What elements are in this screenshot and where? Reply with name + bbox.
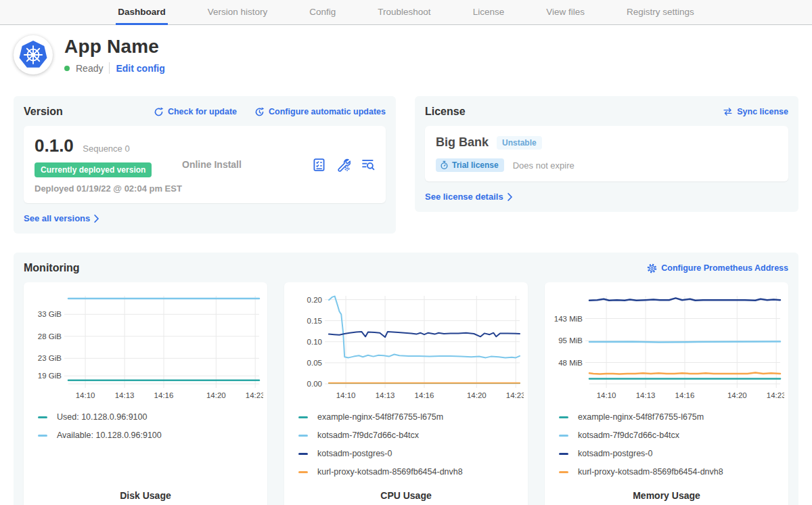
svg-text:14:20: 14:20 — [727, 391, 747, 399]
license-detail-card: Big Bank Unstable Trial license Does not… — [425, 126, 788, 181]
configure-prometheus-link[interactable]: Configure Prometheus Address — [647, 263, 788, 273]
svg-text:14:13: 14:13 — [636, 391, 656, 399]
tab-version-history[interactable]: Version history — [206, 0, 270, 25]
legend-label: kotsadm-postgres-0 — [578, 449, 652, 458]
legend-item: kotsadm-postgres-0 — [559, 449, 782, 458]
license-card: License Sync license Big Bank Unstable — [415, 96, 798, 212]
deployed-timestamp: Deployed 01/19/22 @ 02:04 pm EST — [35, 183, 182, 194]
stopwatch-icon — [440, 160, 449, 170]
see-license-details-link[interactable]: See license details — [425, 192, 513, 202]
tab-dashboard[interactable]: Dashboard — [116, 0, 168, 25]
divider — [109, 62, 110, 74]
clock-refresh-icon — [254, 107, 265, 117]
cpu-usage-legend: example-nginx-54f8f76755-l675mkotsadm-7f… — [284, 412, 528, 485]
disk-usage-legend: Used: 10.128.0.96:9100Available: 10.128.… — [24, 412, 267, 449]
customer-name: Big Bank — [436, 135, 489, 150]
deployed-badge: Currently deployed version — [35, 162, 152, 177]
legend-label: example-nginx-54f8f76755-l675m — [317, 412, 443, 422]
gear-icon — [647, 263, 657, 273]
cpu-usage-chart: 0.000.050.100.150.2014:1014:1314:1614:20… — [284, 289, 524, 403]
status-dot — [64, 66, 70, 71]
legend-item: Used: 10.128.0.96:9100 — [38, 412, 261, 422]
legend-color-dash — [559, 416, 568, 418]
svg-text:14:20: 14:20 — [467, 391, 487, 399]
disk-usage-chart: 19 GiB23 GiB28 GiB33 GiB14:1014:1314:161… — [24, 289, 263, 403]
configure-automatic-updates-link[interactable]: Configure automatic updates — [254, 107, 386, 117]
legend-label: example-nginx-54f8f76755-l675m — [578, 412, 704, 422]
page-title: App Name — [64, 36, 165, 58]
legend-label: kotsadm-7f9dc7d66c-b4tcx — [578, 431, 679, 440]
legend-item: example-nginx-54f8f76755-l675m — [559, 412, 782, 422]
svg-text:0.10: 0.10 — [307, 338, 322, 346]
svg-text:14:23: 14:23 — [246, 391, 263, 399]
chevron-right-icon — [508, 193, 513, 201]
tab-view-files[interactable]: View files — [544, 0, 587, 25]
svg-text:14:10: 14:10 — [76, 391, 95, 399]
legend-item: kotsadm-postgres-0 — [298, 449, 521, 458]
tab-license[interactable]: License — [471, 0, 507, 25]
svg-text:14:16: 14:16 — [154, 391, 174, 399]
legend-color-dash — [298, 416, 308, 418]
svg-text:23 GiB: 23 GiB — [38, 354, 62, 362]
svg-text:0.20: 0.20 — [307, 296, 322, 304]
install-type-label: Online Install — [182, 159, 242, 170]
svg-text:0.00: 0.00 — [307, 380, 322, 388]
svg-text:28 GiB: 28 GiB — [38, 332, 62, 341]
legend-color-dash — [559, 471, 568, 473]
app-logo — [14, 35, 53, 74]
config-wrench-icon[interactable] — [336, 158, 351, 172]
memory-usage-legend: example-nginx-54f8f76755-l675mkotsadm-7f… — [545, 412, 788, 485]
svg-text:14:13: 14:13 — [376, 391, 395, 399]
svg-text:95 MiB: 95 MiB — [558, 336, 583, 345]
legend-label: Available: 10.128.0.96:9100 — [57, 431, 162, 440]
version-number: 0.1.0 — [35, 135, 74, 156]
dashboard-page: App Name Ready Edit config Version — [0, 35, 812, 505]
svg-text:143 MiB: 143 MiB — [554, 315, 583, 323]
tab-troubleshoot[interactable]: Troubleshoot — [376, 0, 432, 25]
legend-color-dash — [298, 453, 308, 455]
svg-text:14:16: 14:16 — [675, 391, 695, 399]
legend-color-dash — [38, 416, 47, 418]
legend-color-dash — [298, 435, 308, 437]
tab-config[interactable]: Config — [307, 0, 338, 25]
trial-license-badge: Trial license — [436, 158, 504, 172]
chart-title: CPU Usage — [284, 490, 528, 505]
legend-label: kotsadm-postgres-0 — [317, 449, 392, 458]
chart-title: Disk Usage — [24, 490, 267, 505]
channel-badge: Unstable — [497, 136, 542, 150]
legend-color-dash — [38, 435, 47, 437]
sync-license-link[interactable]: Sync license — [723, 107, 788, 116]
chart-title: Memory Usage — [545, 490, 788, 505]
version-card-title: Version — [24, 106, 63, 118]
svg-text:14:20: 14:20 — [206, 391, 226, 399]
kubernetes-icon — [18, 40, 48, 70]
edit-config-link[interactable]: Edit config — [116, 63, 164, 74]
cpu-usage-chart-card: 0.000.050.100.150.2014:1014:1314:1614:20… — [284, 282, 528, 505]
legend-item: Available: 10.128.0.96:9100 — [38, 431, 261, 440]
expiry-text: Does not expire — [513, 160, 574, 171]
status-text: Ready — [76, 63, 103, 74]
svg-text:14:13: 14:13 — [115, 391, 135, 399]
svg-text:48 MiB: 48 MiB — [558, 359, 583, 367]
preflight-checks-icon[interactable] — [312, 158, 326, 172]
top-nav: Dashboard Version history Config Trouble… — [0, 0, 812, 25]
monitoring-section: Monitoring Configure Prometheus Address … — [14, 252, 798, 505]
svg-text:14:10: 14:10 — [336, 391, 356, 399]
license-card-title: License — [425, 106, 466, 118]
legend-item: kurl-proxy-kotsadm-8569fb6454-dnvh8 — [559, 467, 782, 477]
svg-text:33 GiB: 33 GiB — [38, 310, 62, 318]
check-for-update-link[interactable]: Check for update — [154, 107, 237, 117]
tab-registry-settings[interactable]: Registry settings — [625, 0, 696, 25]
svg-text:14:23: 14:23 — [767, 391, 784, 399]
memory-usage-chart: 48 MiB95 MiB143 MiB14:1014:1314:1614:201… — [545, 289, 784, 403]
legend-label: kurl-proxy-kotsadm-8569fb6454-dnvh8 — [578, 467, 723, 477]
sequence-label: Sequence 0 — [83, 144, 129, 154]
view-logs-icon[interactable] — [361, 158, 375, 172]
chevron-right-icon — [94, 215, 99, 223]
legend-item: example-nginx-54f8f76755-l675m — [298, 412, 521, 422]
svg-text:14:10: 14:10 — [597, 391, 616, 399]
svg-text:0.05: 0.05 — [307, 359, 322, 367]
see-all-versions-link[interactable]: See all versions — [24, 213, 99, 223]
current-version-card: 0.1.0 Sequence 0 Currently deployed vers… — [24, 126, 386, 203]
svg-text:14:23: 14:23 — [506, 391, 524, 399]
